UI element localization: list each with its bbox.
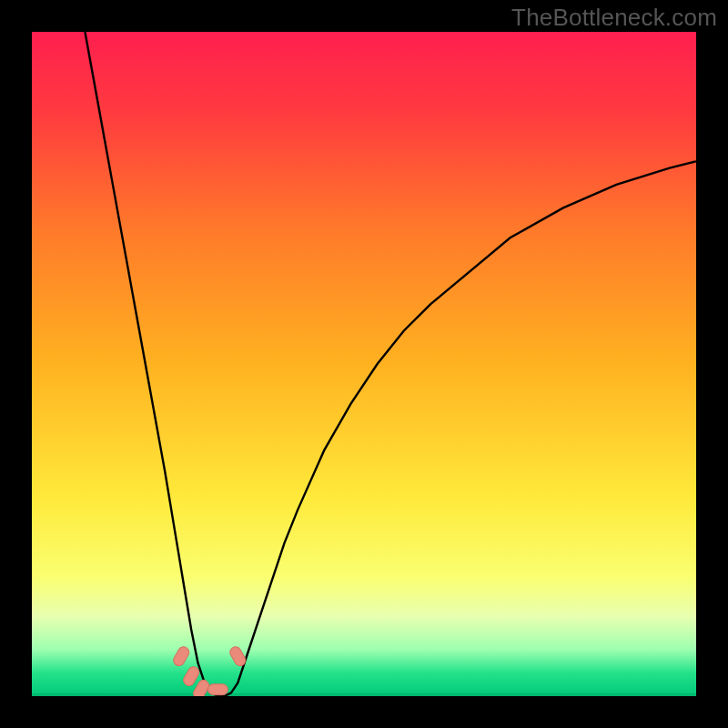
chart-svg [32,32,696,696]
curve-marker [207,684,228,695]
chart-frame: TheBottleneck.com [0,0,728,728]
attribution-label: TheBottleneck.com [511,4,717,32]
plot-area [32,32,696,696]
baseline-strip [32,693,696,696]
chart-background [32,32,696,696]
